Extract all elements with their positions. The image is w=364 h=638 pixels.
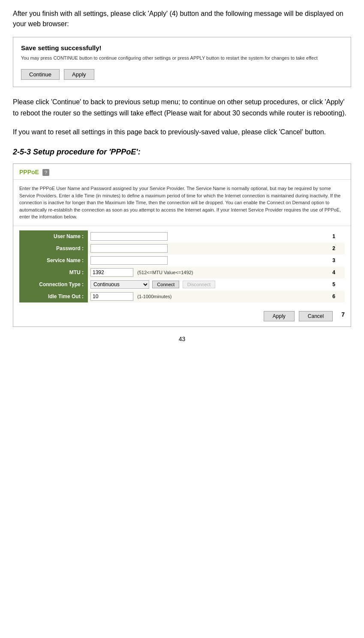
num-label-7: 7 bbox=[337, 311, 345, 321]
servicename-input[interactable] bbox=[90, 256, 168, 265]
table-row: MTU : (512<=MTU Value<=1492) 4 bbox=[19, 266, 345, 278]
username-input[interactable] bbox=[90, 232, 168, 241]
idletimeout-hint: (1-1000minutes) bbox=[137, 294, 171, 299]
table-row: Password : 2 bbox=[19, 242, 345, 254]
section-heading: 2-5-3 Setup procedure for 'PPPoE': bbox=[13, 148, 351, 157]
password-input[interactable] bbox=[90, 244, 168, 253]
field-cell-password bbox=[88, 242, 330, 254]
save-title: Save setting successfully! bbox=[21, 44, 343, 51]
field-label-password: Password : bbox=[19, 242, 88, 254]
pppoe-label: PPPoE bbox=[19, 169, 39, 175]
table-row: Service Name : 3 bbox=[19, 254, 345, 266]
section-heading-bold: 5-3 Setup procedure for 'PPPoE': bbox=[20, 148, 141, 156]
pppoe-form-table: User Name : 1 Password : 2 Service Name … bbox=[19, 230, 345, 302]
connectiontype-select[interactable]: Continuous Connect on Demand Manual bbox=[90, 280, 149, 289]
disconnect-button[interactable]: Disconnect bbox=[183, 281, 215, 288]
num-label-5: 5 bbox=[330, 278, 345, 290]
save-button-row: Continue Apply bbox=[21, 69, 343, 80]
apply-button-savebox[interactable]: Apply bbox=[64, 69, 94, 80]
field-label-idletimeout: Idle Time Out : bbox=[19, 290, 88, 302]
field-label-connectiontype: Connection Type : bbox=[19, 278, 88, 290]
table-row: Idle Time Out : (1-1000minutes) 6 bbox=[19, 290, 345, 302]
page-number: 43 bbox=[13, 336, 351, 342]
table-row: User Name : 1 bbox=[19, 230, 345, 242]
cancel-button-pppoe[interactable]: Cancel bbox=[299, 311, 333, 321]
apply-cancel-row: Apply Cancel 7 bbox=[13, 307, 351, 327]
pppoe-form: User Name : 1 Password : 2 Service Name … bbox=[13, 226, 351, 307]
num-label-6: 6 bbox=[330, 290, 345, 302]
field-cell-username bbox=[88, 230, 330, 242]
num-label-1: 1 bbox=[330, 230, 345, 242]
intro-paragraph3: If you want to reset all settings in thi… bbox=[13, 127, 351, 138]
pppoe-box: PPPoE ? Enter the PPPoE User Name and Pa… bbox=[13, 163, 351, 327]
num-label-2: 2 bbox=[330, 242, 345, 254]
intro-paragraph1: After you finish with all settings, plea… bbox=[13, 9, 351, 29]
table-row: Connection Type : Continuous Connect on … bbox=[19, 278, 345, 290]
mtu-hint: (512<=MTU Value<=1492) bbox=[137, 270, 193, 275]
field-label-servicename: Service Name : bbox=[19, 254, 88, 266]
help-icon[interactable]: ? bbox=[42, 169, 49, 176]
save-desc: You may press CONTINUE button to continu… bbox=[21, 55, 343, 61]
field-cell-servicename bbox=[88, 254, 330, 266]
mtu-input[interactable] bbox=[90, 268, 133, 277]
pppoe-description: Enter the PPPoE User Name and Password a… bbox=[13, 180, 351, 226]
num-label-3: 3 bbox=[330, 254, 345, 266]
apply-button-pppoe[interactable]: Apply bbox=[264, 311, 295, 321]
save-setting-box: Save setting successfully! You may press… bbox=[13, 37, 351, 87]
pppoe-header: PPPoE ? bbox=[13, 164, 351, 180]
connect-button[interactable]: Connect bbox=[152, 281, 179, 288]
field-cell-connectiontype: Continuous Connect on Demand Manual Conn… bbox=[88, 278, 330, 290]
field-label-username: User Name : bbox=[19, 230, 88, 242]
intro-paragraph2: Please click 'Continue' to back to previ… bbox=[13, 97, 351, 118]
field-cell-mtu: (512<=MTU Value<=1492) bbox=[88, 266, 330, 278]
idletimeout-input[interactable] bbox=[90, 292, 133, 301]
field-label-mtu: MTU : bbox=[19, 266, 88, 278]
continue-button[interactable]: Continue bbox=[21, 69, 60, 80]
section-heading-prefix: 2- bbox=[13, 148, 20, 156]
field-cell-idletimeout: (1-1000minutes) bbox=[88, 290, 330, 302]
num-label-4: 4 bbox=[330, 266, 345, 278]
